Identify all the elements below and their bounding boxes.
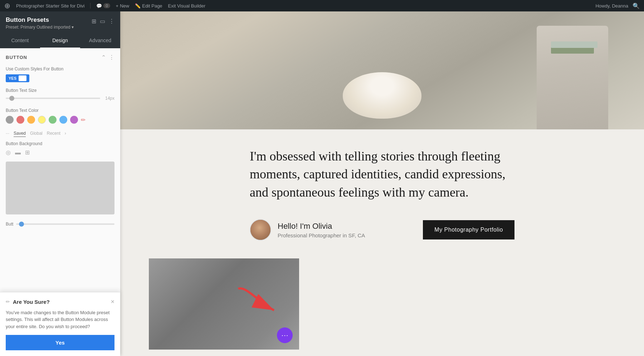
saved-tab-global[interactable]: Global (30, 131, 43, 137)
custom-color-picker-icon[interactable]: ✏ (81, 117, 86, 123)
bg-gradient-icon[interactable]: ◎ (6, 149, 11, 156)
custom-styles-label: Use Custom Styles For Button (6, 66, 114, 71)
slider-track[interactable] (6, 98, 100, 99)
pencil-icon: ✏ (6, 299, 10, 305)
tab-design[interactable]: Design (40, 33, 80, 48)
ellipsis-button[interactable]: ⋯ (277, 327, 293, 343)
text-color-label: Button Text Color (6, 108, 114, 113)
butt-label-text: Butt (6, 222, 13, 227)
new-content-link[interactable]: + New (116, 3, 130, 9)
swatch-green[interactable] (49, 116, 57, 124)
custom-styles-toggle-row: Use Custom Styles For Button YES (6, 66, 114, 82)
edit-page-link[interactable]: ✏️ Edit Page (135, 3, 162, 9)
hero-image (120, 11, 644, 129)
wp-bar-right: Howdy, Deanna 🔍 (595, 3, 640, 9)
panel-tabs: Content Design Advanced (0, 33, 120, 48)
text-color-row: Button Text Color ✏ (6, 108, 114, 124)
swatch-yellow[interactable] (38, 116, 46, 124)
confirm-body: You've made changes to the Button Module… (6, 309, 114, 330)
butt-label-row: Butt (6, 220, 114, 227)
tab-content[interactable]: Content (0, 33, 40, 48)
swatch-orange[interactable] (27, 116, 35, 124)
bg-row: Button Background ◎ ▬ ⊞ (6, 141, 114, 156)
visual-icon[interactable]: ⊞ (92, 18, 96, 25)
bg-options: ◎ ▬ ⊞ (6, 149, 114, 156)
comment-count: 0 (103, 3, 110, 8)
button-section-title: Button (6, 55, 27, 60)
panel-title-group: Button Presets Preset: Primary Outlined … (6, 16, 74, 30)
button-preview-box (6, 162, 114, 214)
section-collapse-icon[interactable]: ⌃ (101, 54, 106, 61)
wordpress-logo-icon[interactable]: ⊕ (4, 1, 10, 10)
split-icon[interactable]: ▭ (100, 18, 105, 25)
confirm-header-left: ✏ Are You Sure? (6, 299, 50, 305)
butt-slider-thumb[interactable] (19, 222, 24, 227)
wp-admin-bar: ⊕ Photographer Starter Site for Divi 💬 0… (0, 0, 644, 11)
saved-tabs: ··· Saved Global Recent › (6, 131, 114, 137)
bar-separator-1 (90, 3, 91, 9)
confirm-close-button[interactable]: × (111, 298, 114, 306)
bottom-section: ⋯ (149, 258, 644, 350)
author-info: Hello! I'm Olivia Professional Photograp… (250, 219, 365, 241)
panel-header-icons: ⊞ ▭ ⋮ (92, 18, 114, 25)
slider-track-row: 14px (6, 96, 114, 101)
left-panel: Button Presets Preset: Primary Outlined … (0, 11, 120, 356)
slider-value: 14px (104, 96, 114, 101)
portfolio-button[interactable]: My Photography Portfolio (423, 220, 514, 239)
author-text: Hello! I'm Olivia Professional Photograp… (278, 222, 365, 238)
comments-link[interactable]: 💬 0 (96, 3, 110, 9)
toggle-yes-text: YES (9, 76, 16, 80)
toggle-box (19, 75, 26, 81)
custom-styles-toggle[interactable]: YES (6, 74, 29, 82)
content-section: I'm obsessed with telling stories throug… (221, 129, 543, 255)
author-name: Hello! I'm Olivia (278, 222, 365, 231)
wp-bar-left: ⊕ Photographer Starter Site for Divi 💬 0… (4, 1, 205, 10)
swatch-gray[interactable] (6, 116, 14, 124)
text-size-label: Button Text Size (6, 88, 114, 93)
avatar (250, 219, 271, 241)
main-content: I'm obsessed with telling stories throug… (120, 11, 644, 356)
main-quote: I'm obsessed with telling stories throug… (250, 147, 514, 201)
more-icon[interactable]: ⋮ (109, 18, 114, 25)
section-more-icon[interactable]: ⋮ (109, 54, 114, 61)
confirm-title: Are You Sure? (13, 299, 50, 305)
howdy-text: Howdy, Deanna (595, 3, 628, 9)
saved-tab-arrow[interactable]: › (65, 131, 66, 137)
bg-image-icon[interactable]: ⊞ (25, 149, 30, 156)
author-subtitle: Professional Photographer in SF, CA (278, 232, 365, 238)
book-2-object (551, 41, 597, 48)
exit-builder-link[interactable]: Exit Visual Builder (168, 3, 206, 9)
confirm-header: ✏ Are You Sure? × (6, 298, 114, 306)
panel-title: Button Presets (6, 16, 74, 24)
saved-tab-dots[interactable]: ··· (6, 131, 9, 137)
avatar-face (250, 220, 270, 240)
swatch-purple[interactable] (70, 116, 78, 124)
search-icon[interactable]: 🔍 (633, 3, 640, 9)
book-object (551, 47, 594, 54)
gallery-thumbnail: ⋯ (149, 258, 299, 350)
panel-header: Button Presets Preset: Primary Outlined … (0, 11, 120, 33)
swatch-red[interactable] (16, 116, 24, 124)
tab-advanced[interactable]: Advanced (80, 33, 120, 48)
site-name-link[interactable]: Photographer Starter Site for Divi (16, 3, 84, 9)
saved-tab-recent[interactable]: Recent (47, 131, 60, 137)
confirm-yes-button[interactable]: Yes (6, 335, 114, 350)
panel-preset-label[interactable]: Preset: Primary Outlined imported ▾ (6, 25, 74, 30)
swatch-blue[interactable] (59, 116, 67, 124)
bg-flat-icon[interactable]: ▬ (15, 149, 21, 156)
butt-slider-track[interactable] (16, 223, 114, 225)
bowl-object (343, 72, 421, 119)
slider-thumb[interactable] (9, 96, 14, 101)
button-section-header: Button ⌃ ⋮ (6, 54, 114, 61)
site-name-text: Photographer Starter Site for Divi (16, 3, 84, 9)
bg-label: Button Background (6, 141, 114, 146)
author-row: Hello! I'm Olivia Professional Photograp… (250, 219, 514, 241)
confirm-dialog: ✏ Are You Sure? × You've made changes to… (0, 292, 120, 356)
saved-tab-saved[interactable]: Saved (14, 131, 26, 137)
text-size-slider-row: Button Text Size 14px (6, 88, 114, 101)
color-swatches: ✏ (6, 116, 114, 124)
